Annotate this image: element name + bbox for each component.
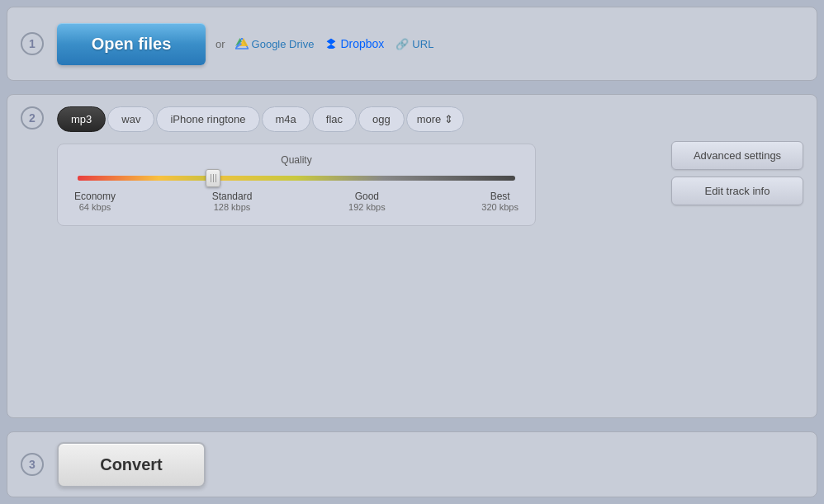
step-number-3: 3 <box>21 453 44 476</box>
step-number-1: 1 <box>21 32 44 55</box>
section-2-right: Advanced settings Edit track info <box>671 141 803 205</box>
url-icon: 🔗 <box>395 38 409 50</box>
quality-slider-thumb[interactable] <box>206 169 220 187</box>
dropbox-link[interactable]: Dropbox <box>325 37 384 51</box>
dropbox-icon <box>325 37 337 51</box>
quality-markers: Economy 64 kbps Standard 128 kbps Good 1… <box>74 191 519 212</box>
standard-label: Standard <box>212 191 253 202</box>
more-dropdown[interactable]: more ⇕ <box>406 106 465 132</box>
svg-marker-6 <box>327 44 336 48</box>
slider-fill <box>78 176 213 181</box>
edit-track-info-button[interactable]: Edit track info <box>671 177 803 205</box>
url-label: URL <box>412 38 433 50</box>
or-label: or <box>215 38 225 50</box>
section-2: 2 mp3 wav iPhone ringtone m4a flac ogg m… <box>7 94 817 418</box>
slider-container <box>78 176 515 181</box>
good-label: Good <box>355 191 379 202</box>
thumb-lines <box>211 174 216 182</box>
quality-standard: Standard 128 kbps <box>212 191 253 212</box>
format-tabs: mp3 wav iPhone ringtone m4a flac ogg mor… <box>57 106 655 132</box>
dropbox-label: Dropbox <box>340 37 384 50</box>
tab-mp3[interactable]: mp3 <box>57 106 106 132</box>
quality-economy: Economy 64 kbps <box>74 191 116 212</box>
quality-panel: Quality <box>57 144 536 226</box>
section-1: 1 Open files or Google Drive Dropbox <box>7 7 817 81</box>
more-label: more <box>417 113 442 125</box>
tab-flac[interactable]: flac <box>312 106 357 132</box>
svg-marker-5 <box>327 38 336 44</box>
slider-track <box>78 176 515 181</box>
more-arrow-icon: ⇕ <box>444 113 453 125</box>
economy-kbps: 64 kbps <box>79 202 111 212</box>
cloud-links: Google Drive Dropbox 🔗 URL <box>235 37 434 51</box>
best-kbps: 320 kbps <box>481 202 519 212</box>
thumb-line-2 <box>213 174 214 182</box>
thumb-line-1 <box>211 174 211 182</box>
best-label: Best <box>490 191 510 202</box>
section-3: 3 Convert <box>7 431 817 497</box>
tab-m4a[interactable]: m4a <box>262 106 310 132</box>
tab-wav[interactable]: wav <box>107 106 154 132</box>
open-files-button[interactable]: Open files <box>57 23 206 65</box>
section-2-inner: 2 mp3 wav iPhone ringtone m4a flac ogg m… <box>21 106 803 226</box>
good-kbps: 192 kbps <box>348 202 386 212</box>
convert-button[interactable]: Convert <box>57 442 206 488</box>
quality-best: Best 320 kbps <box>481 191 519 212</box>
economy-label: Economy <box>74 191 116 202</box>
tab-ogg[interactable]: ogg <box>358 106 405 132</box>
quality-label: Quality <box>74 154 519 166</box>
standard-kbps: 128 kbps <box>214 202 251 212</box>
url-link[interactable]: 🔗 URL <box>395 38 433 50</box>
step-number-2: 2 <box>21 106 44 130</box>
tab-iphone-ringtone[interactable]: iPhone ringtone <box>156 106 259 132</box>
google-drive-link[interactable]: Google Drive <box>235 38 315 50</box>
advanced-settings-button[interactable]: Advanced settings <box>671 141 803 170</box>
google-drive-label: Google Drive <box>252 38 315 50</box>
google-drive-icon <box>235 38 249 49</box>
thumb-line-3 <box>215 174 216 182</box>
quality-good: Good 192 kbps <box>348 191 386 212</box>
section-2-left: mp3 wav iPhone ringtone m4a flac ogg mor… <box>57 106 655 226</box>
